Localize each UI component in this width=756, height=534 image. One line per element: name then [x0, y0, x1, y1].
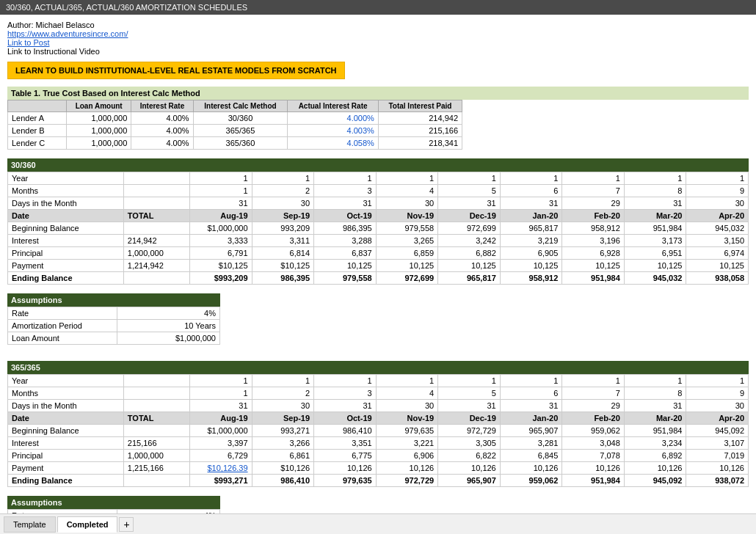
table-cell: 986,395 — [314, 222, 377, 235]
table-cell: 3,150 — [686, 235, 749, 247]
table-cell: 3,234 — [624, 437, 686, 450]
table-cell: 945,032 — [624, 272, 686, 285]
table-cell: Days in the Month — [8, 400, 124, 412]
table-cell: 979,635 — [314, 475, 377, 487]
assumptions-30360-table: Rate 4% Amortization Period 10 Years Loa… — [7, 307, 220, 345]
table-cell: 6 — [500, 185, 562, 197]
table-cell: 29 — [562, 197, 625, 210]
table-row: Year111111111 — [8, 172, 749, 185]
table-cell: 6,951 — [624, 247, 686, 260]
table-cell: 6,729 — [190, 450, 252, 462]
table-cell: 979,558 — [376, 222, 438, 235]
table-row: Interest215,1663,3973,2663,3513,2213,305… — [8, 437, 749, 450]
table-cell: 3,107 — [686, 437, 749, 450]
table-cell: 7,078 — [562, 450, 625, 462]
table-cell: 30 — [252, 197, 314, 210]
table-cell: Months — [8, 185, 124, 197]
table-cell — [123, 475, 189, 487]
table-cell: Year — [8, 172, 124, 185]
table-cell: Aug-19 — [190, 412, 252, 425]
table-cell — [123, 172, 189, 185]
table-cell: 965,907 — [500, 425, 562, 437]
table-cell: 5 — [438, 387, 501, 400]
table-cell: 30 — [252, 400, 314, 412]
tab-template[interactable]: Template — [4, 516, 56, 533]
table-cell: 965,817 — [500, 222, 562, 235]
schedule-365365-header: 365/365 — [7, 361, 749, 374]
website-link[interactable]: https://www.adventuresincre.com/ — [7, 29, 128, 38]
table-cell: 1 — [624, 172, 686, 185]
table-cell: $1,000,000 — [190, 425, 252, 437]
table-cell: 1 — [252, 172, 314, 185]
tab-add-button[interactable]: + — [119, 517, 134, 532]
table-cell — [123, 387, 189, 400]
table-cell: 945,092 — [624, 475, 686, 487]
table-cell: 3,351 — [314, 437, 377, 450]
table-row: Ending Balance$993,271986,410979,635972,… — [8, 475, 749, 487]
calc-method: 365/360 — [193, 137, 288, 150]
table-cell: Sep-19 — [252, 412, 314, 425]
table-cell: 10,125 — [500, 260, 562, 272]
table-cell: 959,062 — [562, 425, 625, 437]
table-row: DateTOTALAug-19Sep-19Oct-19Nov-19Dec-19J… — [8, 210, 749, 222]
table-cell — [123, 375, 189, 387]
table-cell: 938,058 — [686, 272, 749, 285]
table-cell: Ending Balance — [8, 272, 124, 285]
table-cell — [123, 400, 189, 412]
table-row: Interest214,9423,3333,3113,2883,2653,242… — [8, 235, 749, 247]
table-cell: Oct-19 — [314, 210, 377, 222]
lender-label: Lender B — [8, 125, 67, 137]
table-cell: 951,984 — [562, 272, 625, 285]
table-cell: 3,219 — [500, 235, 562, 247]
table-cell: 1 — [562, 375, 625, 387]
table-cell: Jan-20 — [500, 210, 562, 222]
assumptions-365365-section: Assumptions Rate 4% — [7, 496, 749, 513]
assumption-value: $1,000,000 — [117, 332, 220, 345]
interest-rate: 4.00% — [131, 137, 193, 150]
table-cell: Apr-20 — [686, 412, 749, 425]
table-cell: $1,000,000 — [190, 222, 252, 235]
table-cell: 6,845 — [500, 450, 562, 462]
table-cell: 31 — [314, 400, 377, 412]
table-cell: 6,837 — [314, 247, 377, 260]
table-cell: Date — [8, 210, 124, 222]
post-link[interactable]: Link to Post — [7, 38, 49, 47]
table-cell: 10,126 — [438, 462, 501, 475]
table-cell: 958,912 — [562, 222, 625, 235]
table-cell: 31 — [190, 197, 252, 210]
table-cell: 6,906 — [376, 450, 438, 462]
table-cell: Nov-19 — [376, 412, 438, 425]
table-cell: 3,173 — [624, 235, 686, 247]
table-cell: TOTAL — [123, 210, 189, 222]
table-row: Days in the Month313031303131293130 — [8, 400, 749, 412]
table-cell: 31 — [190, 400, 252, 412]
table-cell: 31 — [500, 197, 562, 210]
table-cell: 3 — [314, 185, 377, 197]
table-cell: 959,062 — [500, 475, 562, 487]
total-interest: 215,166 — [378, 125, 462, 137]
table-cell: Apr-20 — [686, 210, 749, 222]
promo-banner[interactable]: LEARN TO BUILD INSTITUTIONAL-LEVEL REAL … — [7, 62, 345, 79]
table-row: Months123456789 — [8, 387, 749, 400]
table-cell: 10,125 — [686, 260, 749, 272]
author-name: Author: Michael Belasco — [7, 21, 749, 29]
table-cell: 30 — [686, 400, 749, 412]
table-cell: 1 — [314, 375, 377, 387]
table-row: Lender B 1,000,000 4.00% 365/365 4.003% … — [8, 125, 462, 137]
table-cell: 1,000,000 — [123, 247, 189, 260]
table-cell: 6,814 — [252, 247, 314, 260]
table-cell: 3 — [314, 387, 377, 400]
table-cell: Payment — [8, 260, 124, 272]
table-cell: TOTAL — [123, 412, 189, 425]
tab-completed[interactable]: Completed — [57, 516, 118, 533]
table-cell: 1 — [252, 375, 314, 387]
schedule-365365-section: 365/365 Year111111111Months123456789Days… — [7, 361, 749, 487]
lender-label: Lender C — [8, 137, 67, 150]
table-cell: 3,311 — [252, 235, 314, 247]
loan-amount: 1,000,000 — [67, 125, 131, 137]
table-cell: 10,125 — [438, 260, 501, 272]
content-area: Author: Michael Belasco https://www.adve… — [0, 15, 756, 513]
table-cell: 1 — [562, 172, 625, 185]
table-cell: 1 — [190, 172, 252, 185]
schedule-365365-table: Year111111111Months123456789Days in the … — [7, 374, 749, 487]
